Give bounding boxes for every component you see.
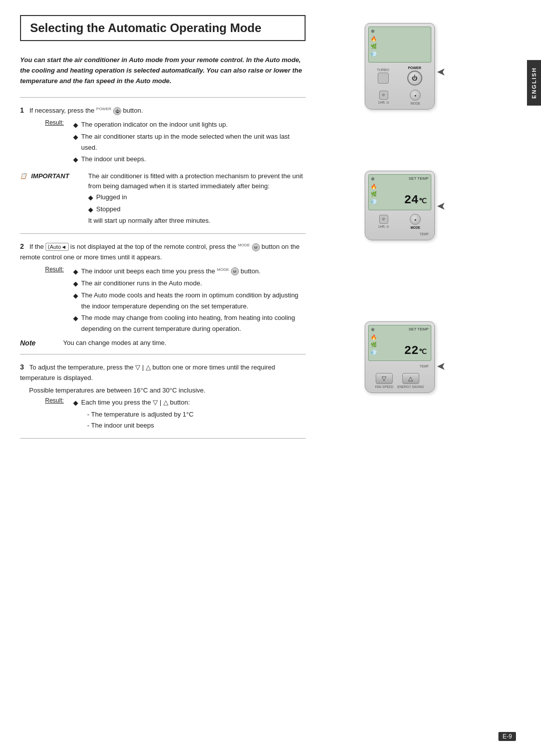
step-3: 3 To adjust the temperature, press the ▽… [20,361,306,431]
language-tab: ENGLISH [527,60,541,106]
remote-screen-3: SET TEMP ❄ 🔥 🌿 💨 22℃ [368,325,431,361]
temp-buttons-row: ▽ FAN SPEED △ ENERGY SAVING [375,373,424,389]
step-2-text: 2 If the ⟨Auto◄ is not displayed at the … [20,241,306,263]
diamond-icon: ◆ [73,154,78,165]
note-text: You can change modes at any time. [63,339,166,346]
important-block: 📋 IMPORTANT The air conditioner is fitte… [20,171,306,227]
result-item: ◆ The indoor unit beeps each time you pr… [73,266,306,277]
important-text: The air conditioner is fitted with a pro… [88,171,306,227]
mode-arrow: ➤ [437,200,446,213]
screen-icons-3: ❄ 🔥 🌿 💨 [371,327,377,355]
step-2-result-items: ◆ The indoor unit beeps each time you pr… [73,266,306,335]
result-item: ◆ The air conditioner runs in the Auto m… [73,278,306,289]
power-button[interactable]: ⏻ [407,71,422,86]
note-block: Note You can change modes at any time. [20,339,306,347]
energy-saving-label: ENERGY SAVING [397,385,424,389]
bullet-text: Stopped [96,204,120,215]
result-item: ◆ Each time you press the ▽ | △ button: [73,397,193,409]
page-title: Selecting the Automatic Operating Mode [20,15,306,41]
mode-button-icon: M [252,243,260,251]
step-1-text: 1 If necessary, press the POWER ⏻ button… [20,105,306,116]
temp-display-2: 24℃ [404,193,427,207]
step-2-result: Result: ◆ The indoor unit beeps each tim… [45,266,306,335]
1hr-label-2: 1HR. ⊙ [378,225,390,229]
step-3-number: 3 [20,363,24,371]
result-item-text: The operation indicator on the indoor un… [81,119,228,130]
remote-control-1: ❄ 🔥 🌿 💨 TURBO [365,23,435,110]
wind-icon: 💨 [371,52,377,57]
mode-button-2[interactable]: ● [410,214,421,225]
1hr-button-2[interactable]: ⏱ [379,215,388,224]
1hr-icon: ⏱ [382,94,385,97]
remote-screen-2: SET TEMP ❄ 🔥 🌿 💨 24℃ [368,174,431,210]
diamond-icon: ◆ [73,398,78,409]
fan-speed-label: FAN SPEED [375,385,393,389]
diamond-icon: ◆ [73,132,78,143]
set-temp-label-3: SET TEMP [409,327,429,331]
diamond-icon: ◆ [73,266,78,277]
step-3-text: 3 To adjust the temperature, press the ▽… [20,361,306,384]
result-item-text: The mode may change from cooling into he… [81,312,306,334]
step-1-number: 1 [20,106,24,114]
temp-arrow: ➤ [437,360,446,373]
step-1: 1 If necessary, press the POWER ⏻ button… [20,105,306,166]
turbo-label: TURBO [377,68,389,72]
1hr-button[interactable]: ⏱ [379,91,388,100]
step-2-number: 2 [20,242,24,250]
temp-label-3: TEMP. [368,364,431,368]
turbo-button[interactable] [378,73,389,84]
mode-superscript: MODE [238,243,250,247]
flame-icon: 🔥 [371,37,377,42]
remote-illustration-1: ❄ 🔥 🌿 💨 TURBO [326,15,473,158]
temp-display-3: 22℃ [404,344,427,357]
btn-row-bottom: ⏱ 1HR. ⊙ ● MODE [368,90,431,105]
step-3-possible-temps: Possible temperatures are between 16°C a… [29,387,306,394]
result-item: ◆ The indoor unit beeps. [73,154,306,165]
result-item-text: The air conditioner runs in the Auto mod… [81,278,202,289]
remote-control-2: SET TEMP ❄ 🔥 🌿 💨 24℃ [365,171,435,240]
mode-inline-super: MODE [217,267,229,271]
result-item: ◆ The air conditioner starts up in the m… [73,131,306,153]
diamond-icon: ◆ [73,278,78,289]
result-item-text: Each time you press the ▽ | △ button: [81,397,190,408]
mode-button-1[interactable]: ● [410,90,421,101]
snowflake-icon-2: ❄ [371,177,377,182]
snowflake-icon: ❄ [371,29,377,34]
step-3-result-items: ◆ Each time you press the ▽ | △ button: … [73,397,193,431]
wind-icon-3: 💨 [371,350,377,355]
step-1-result: Result: ◆ The operation indicator on the… [45,119,306,166]
temp-down-button[interactable]: ▽ [376,373,393,384]
sub-item: - The temperature is adjusted by 1°C [87,409,193,420]
result-item-text: The indoor unit beeps. [81,154,146,165]
result-item: ◆ The operation indicator on the indoor … [73,119,306,131]
divider-3 [20,354,306,354]
mode-label-2: MODE [410,226,420,229]
power-arrow: ➤ [437,66,446,79]
step-3-result: Result: ◆ Each time you press the ▽ | △ … [45,397,306,431]
mode-label-1: MODE [410,102,420,105]
temp-label-2: TEMP. [368,232,431,236]
flame-icon-3: 🔥 [371,335,377,340]
step-2-result-label: Result: [45,266,70,273]
step-1-result-items: ◆ The operation indicator on the indoor … [73,119,306,166]
btn-area-3: TEMP. ▽ FAN SPEED △ ENERGY SAVING [368,363,431,390]
snowflake-icon-3: ❄ [371,327,377,332]
sub-item: - The indoor unit beeps [87,420,193,431]
divider-1 [20,97,306,98]
step-3-result-label: Result: [45,397,70,404]
1hr-label: 1HR. ⊙ [378,101,390,105]
btn-row-top: TURBO POWER ⏻ [368,66,431,86]
power-symbol: ⏻ [412,75,417,81]
btn-row-1hr: ⏱ 1HR. ⊙ ● MODE [368,214,431,229]
temp-up-button[interactable]: △ [402,373,419,384]
important-footer: It will start up normally after three mi… [88,216,306,226]
remote-illustration-2: SET TEMP ❄ 🔥 🌿 💨 24℃ [326,166,473,308]
flame-icon-2: 🔥 [371,184,377,189]
result-item: ◆ The mode may change from cooling into … [73,312,306,334]
remote-screen-1: ❄ 🔥 🌿 💨 [368,27,431,63]
auto-icon: ⟨Auto◄ [46,243,69,251]
diamond-icon: ◆ [73,120,78,131]
note-label: Note [20,339,60,347]
right-column: ❄ 🔥 🌿 💨 TURBO [321,15,476,459]
leaf-icon: 🌿 [371,44,377,49]
